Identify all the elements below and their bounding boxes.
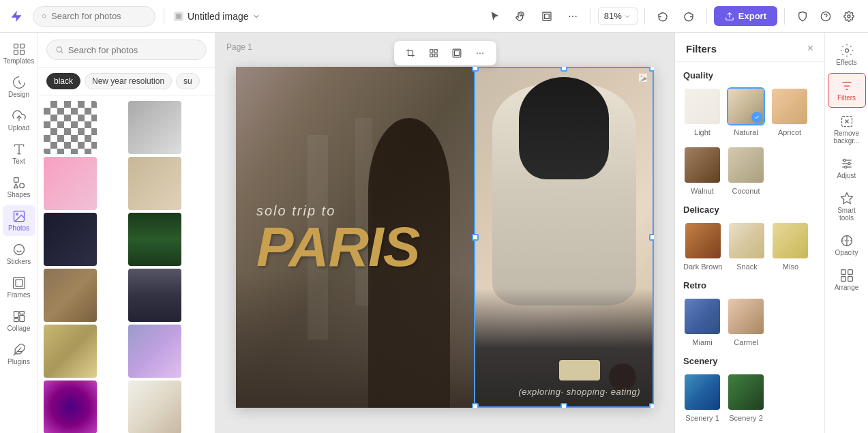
svg-rect-39: [430, 50, 432, 53]
right-tool-adjust[interactable]: Adjust: [828, 151, 866, 185]
filter-snack[interactable]: Snack: [728, 222, 766, 271]
hand-tool-btn[interactable]: [510, 5, 532, 27]
sidebar-item-collage[interactable]: Collage: [3, 305, 35, 336]
check-icon: [754, 115, 760, 120]
photo-thumb-6[interactable]: [128, 213, 181, 266]
topbar-icons: [792, 5, 860, 27]
svg-line-2: [46, 17, 46, 18]
help-icon: [820, 11, 831, 22]
photo-thumb-4[interactable]: [128, 157, 181, 210]
photo-thumb-2[interactable]: [128, 101, 181, 154]
templates-icon: [12, 42, 26, 56]
canvas-frame[interactable]: solo trip to PARIS (exploring· shopping·…: [236, 67, 654, 408]
photo-thumb-3[interactable]: [44, 157, 97, 210]
sidebar-item-design[interactable]: Design: [3, 72, 35, 102]
sidebar-item-shapes[interactable]: Shapes: [3, 172, 35, 203]
delicacy-section-title: Delicacy: [683, 205, 816, 215]
photo-thumb-8[interactable]: [128, 269, 181, 322]
settings-btn[interactable]: [838, 5, 860, 27]
photo-thumb-1[interactable]: [44, 101, 97, 154]
right-tool-effects[interactable]: Effects: [828, 38, 866, 72]
svg-rect-5: [543, 12, 551, 20]
photos-search-input[interactable]: [68, 45, 198, 55]
filter-light[interactable]: Light: [683, 87, 721, 136]
filter-coconut[interactable]: Coconut: [727, 146, 765, 195]
right-tool-filters[interactable]: Filters: [828, 73, 866, 108]
filters-close-btn[interactable]: ×: [807, 42, 813, 55]
canvas-text-paris: PARIS: [256, 222, 453, 272]
document-title-area[interactable]: Untitled image: [173, 10, 261, 23]
pointer-tool-btn[interactable]: [484, 5, 506, 27]
export-label: Export: [738, 11, 766, 21]
redo-btn[interactable]: [678, 5, 700, 27]
right-tool-opacity[interactable]: Opacity: [828, 228, 866, 262]
canvas-crop-btn[interactable]: [400, 44, 421, 63]
search-input[interactable]: [51, 11, 147, 21]
main-layout: Templates Design Upload Text Shapes Phot…: [0, 33, 868, 433]
svg-rect-32: [19, 312, 24, 314]
search-box[interactable]: [33, 6, 155, 27]
more-options-btn[interactable]: [562, 5, 584, 27]
sidebar-item-frames[interactable]: Frames: [3, 272, 35, 303]
quality-filter-row-2: Walnut Coconut: [683, 146, 816, 195]
sidebar-item-templates[interactable]: Templates: [3, 38, 35, 69]
canvas-right-photo: [474, 67, 654, 408]
more-icon: [567, 11, 578, 22]
sidebar-item-photos[interactable]: Photos: [3, 205, 35, 236]
filter-scenery2[interactable]: Scenery 2: [727, 373, 765, 422]
filter-miami-label: Miami: [692, 338, 712, 346]
sidebar-item-upload[interactable]: Upload: [3, 105, 35, 136]
logo[interactable]: [8, 8, 25, 25]
photo-thumb-10[interactable]: [128, 325, 181, 378]
frames-label: Frames: [8, 291, 31, 299]
photo-thumb-5[interactable]: [44, 213, 97, 266]
svg-point-45: [477, 53, 478, 54]
filter-apricot-label: Apricot: [778, 128, 801, 136]
svg-rect-70: [841, 277, 845, 282]
svg-rect-6: [544, 14, 549, 18]
divider5: [784, 8, 785, 25]
tag-black[interactable]: black: [46, 73, 80, 89]
stickers-icon: [12, 243, 26, 256]
svg-rect-33: [19, 315, 24, 321]
right-tool-arrange[interactable]: Arrange: [828, 263, 866, 297]
zoom-control[interactable]: 81%: [598, 8, 638, 25]
photo-thumb-9[interactable]: [44, 325, 97, 378]
right-tool-removebg[interactable]: Remove backgr...: [828, 109, 866, 150]
shield-btn[interactable]: [792, 5, 813, 27]
canvas-more-btn[interactable]: [469, 44, 491, 63]
filter-miso-thumb: [771, 222, 809, 260]
right-tool-smarttools[interactable]: Smart tools: [828, 186, 866, 227]
divider3: [644, 8, 645, 25]
photos-search-box[interactable]: [46, 40, 207, 60]
sidebar-item-text[interactable]: Text: [3, 138, 35, 169]
filter-natural[interactable]: Natural: [727, 87, 765, 136]
tag-su[interactable]: su: [176, 73, 200, 89]
filter-miso[interactable]: Miso: [771, 222, 809, 271]
filter-walnut[interactable]: Walnut: [683, 146, 721, 195]
divider2: [590, 8, 591, 25]
canvas-grid-btn[interactable]: [423, 44, 445, 63]
photo-thumb-12[interactable]: [128, 380, 181, 433]
tag-newyear[interactable]: New year resolution: [85, 73, 172, 89]
sidebar-item-stickers[interactable]: Stickers: [3, 239, 35, 269]
filter-natural-label: Natural: [734, 128, 758, 136]
undo-btn[interactable]: [652, 5, 674, 27]
photo-thumb-11[interactable]: [44, 380, 97, 433]
more-canvas-icon: [475, 48, 485, 58]
filter-carmel[interactable]: Carmel: [727, 297, 765, 346]
svg-point-46: [479, 53, 481, 54]
photo-thumb-7[interactable]: [44, 269, 97, 322]
svg-point-13: [848, 15, 850, 18]
filter-miami[interactable]: Miami: [683, 297, 721, 346]
search-icon: [42, 12, 47, 21]
filter-scenery1[interactable]: Scenery 1: [683, 373, 721, 422]
svg-rect-14: [14, 44, 18, 48]
help-btn[interactable]: [815, 5, 837, 27]
frame-tool-btn[interactable]: [536, 5, 558, 27]
filter-darkbrown[interactable]: Dark Brown: [683, 222, 722, 271]
sidebar-item-plugins[interactable]: Plugins: [3, 339, 35, 370]
export-button[interactable]: Export: [714, 6, 777, 26]
filter-apricot[interactable]: Apricot: [770, 87, 809, 136]
canvas-frame-btn[interactable]: [446, 44, 468, 63]
